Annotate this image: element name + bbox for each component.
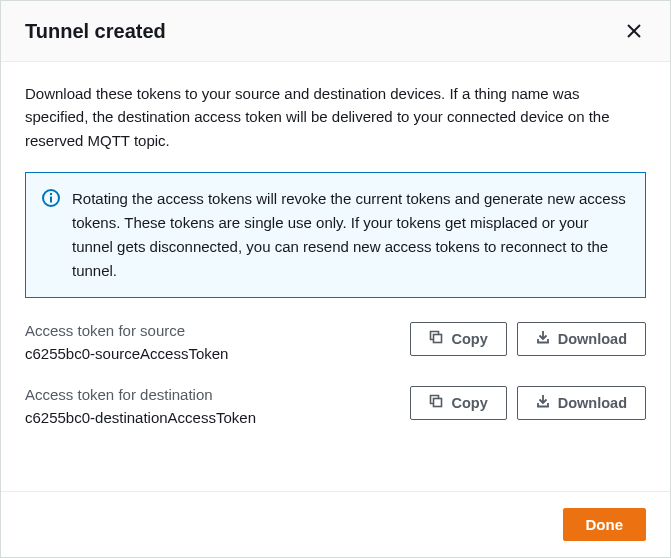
svg-rect-6 <box>434 399 442 407</box>
download-destination-button[interactable]: Download <box>517 386 646 420</box>
download-source-button[interactable]: Download <box>517 322 646 356</box>
download-icon <box>536 394 550 411</box>
download-label: Download <box>558 331 627 347</box>
svg-rect-5 <box>434 335 442 343</box>
source-token-label: Access token for source <box>25 322 394 339</box>
modal-body: Download these tokens to your source and… <box>1 62 670 456</box>
tunnel-created-modal: Tunnel created Download these tokens to … <box>0 0 671 558</box>
svg-point-3 <box>50 193 52 195</box>
destination-token-row: Access token for destination c6255bc0-de… <box>25 386 646 426</box>
modal-title: Tunnel created <box>25 20 166 43</box>
close-button[interactable] <box>622 19 646 43</box>
modal-header: Tunnel created <box>1 1 670 62</box>
done-button[interactable]: Done <box>563 508 647 541</box>
copy-label: Copy <box>451 395 487 411</box>
destination-token-label: Access token for destination <box>25 386 394 403</box>
source-token-meta: Access token for source c6255bc0-sourceA… <box>25 322 394 362</box>
modal-footer: Done <box>1 491 670 557</box>
source-token-actions: Copy Download <box>410 322 646 356</box>
copy-destination-button[interactable]: Copy <box>410 386 506 420</box>
close-icon <box>626 27 642 42</box>
destination-token-meta: Access token for destination c6255bc0-de… <box>25 386 394 426</box>
source-token-value: c6255bc0-sourceAccessToken <box>25 345 394 362</box>
info-text: Rotating the access tokens will revoke t… <box>72 187 629 283</box>
copy-source-button[interactable]: Copy <box>410 322 506 356</box>
copy-icon <box>429 394 443 411</box>
destination-token-value: c6255bc0-destinationAccessToken <box>25 409 394 426</box>
intro-text: Download these tokens to your source and… <box>25 82 646 152</box>
info-alert: Rotating the access tokens will revoke t… <box>25 172 646 298</box>
info-icon <box>42 189 60 283</box>
download-label: Download <box>558 395 627 411</box>
destination-token-actions: Copy Download <box>410 386 646 420</box>
source-token-row: Access token for source c6255bc0-sourceA… <box>25 322 646 362</box>
svg-rect-4 <box>50 196 52 202</box>
copy-icon <box>429 330 443 347</box>
download-icon <box>536 330 550 347</box>
copy-label: Copy <box>451 331 487 347</box>
